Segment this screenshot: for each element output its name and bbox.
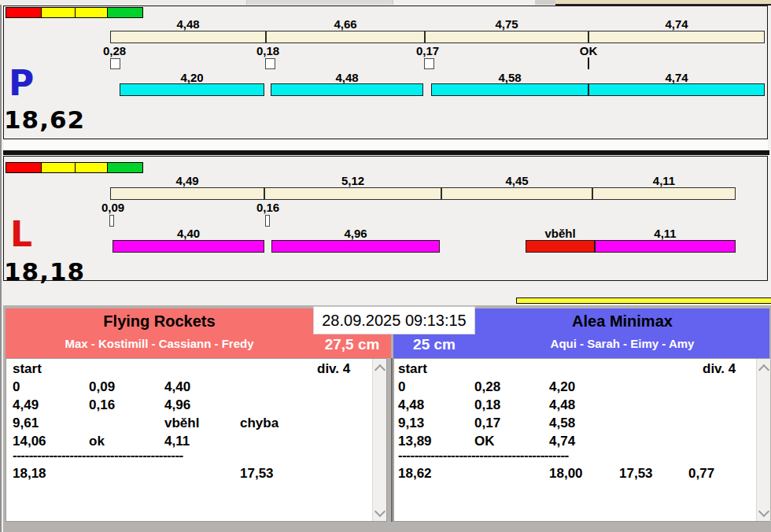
l-run-label: 4,11	[595, 227, 736, 240]
team-right-name: Alea Minimax	[475, 312, 769, 331]
team-left-hurdle-height: 27,5 cm	[313, 336, 391, 353]
l-upper-bar-segment	[592, 187, 736, 200]
p-checkbox-1[interactable]	[110, 58, 120, 69]
left-table-scrollbar[interactable]	[372, 359, 386, 521]
datetime-display: 28.09.2025 09:13:15	[313, 306, 475, 334]
p-split-label: 4,75	[425, 17, 588, 31]
left-div-label: div. 4	[317, 361, 350, 377]
scroll-up-icon[interactable]	[374, 364, 386, 375]
right-row-cell: 4,58	[549, 416, 575, 431]
p-run-bar	[120, 83, 264, 96]
left-row-cell: 9,61	[13, 416, 39, 431]
l-upper-bar-segment	[110, 187, 264, 200]
left-row-cell: 0	[13, 379, 20, 395]
p-reaction-label: 0,17	[416, 44, 439, 57]
left-row-cell: 4,96	[164, 397, 190, 413]
l-run-bar	[113, 240, 264, 253]
left-row-cell: 0,16	[89, 397, 115, 413]
p-upper-bar-segment	[110, 31, 266, 43]
lane-p-traffic-light	[6, 7, 143, 18]
left-row-cell: 0,09	[89, 379, 115, 395]
left-total-time: 18,18	[13, 466, 46, 482]
p-split-label: 4,48	[110, 17, 266, 31]
team-right-hurdle-height: 25 cm	[393, 336, 475, 353]
p-upper-bar-segment	[266, 31, 425, 43]
traffic-red-cell	[6, 7, 42, 18]
traffic-yellow-cell	[75, 162, 108, 173]
p-split-label: 4,74	[588, 17, 765, 31]
left-row-cell: 14,06	[13, 434, 46, 449]
traffic-yellow-cell	[41, 7, 76, 18]
lane-l-traffic-light	[6, 162, 143, 173]
right-row-cell: 0	[398, 379, 405, 395]
l-split-label: 5,12	[264, 174, 441, 187]
team-left-results-table[interactable]	[6, 358, 387, 522]
team-left-name: Flying Rockets	[6, 312, 313, 331]
right-start-label: start	[398, 361, 427, 377]
right-row-cell: 4,48	[549, 397, 575, 413]
p-run-label: 4,20	[120, 71, 264, 84]
right-row-cell: OK	[474, 434, 495, 449]
p-checkbox-2[interactable]	[265, 58, 275, 69]
p-reaction-label: 0,18	[256, 44, 279, 57]
team-right-results-table[interactable]	[393, 358, 769, 522]
progress-bar	[516, 297, 771, 304]
traffic-red-cell	[6, 162, 42, 173]
l-upper-bar-segment	[441, 187, 592, 200]
left-row-cell: vběhl	[164, 416, 199, 431]
panel-gap	[4, 140, 768, 150]
l-run-bar	[271, 240, 440, 253]
scroll-down-icon[interactable]	[374, 506, 386, 517]
lane-l-total: 18,18	[4, 260, 85, 284]
p-run-bar	[588, 83, 765, 96]
l-split-label: 4,11	[592, 174, 736, 187]
l-reaction-label: 0,09	[101, 201, 124, 214]
team-left-members: Max - Kostimill - Cassiann - Fredy	[6, 337, 313, 350]
l-run-bar	[595, 240, 736, 253]
l-upper-bar-segment	[264, 187, 441, 200]
p-ok-label: OK	[565, 44, 612, 57]
left-row-cell: 4,11	[164, 434, 190, 449]
l-checkbox-2[interactable]	[265, 215, 270, 227]
p-run-label: 4,58	[431, 71, 588, 84]
right-dash-separator: ----------------------------------------…	[398, 448, 569, 464]
right-compare-time: 17,53	[619, 466, 653, 482]
traffic-yellow-cell	[75, 7, 108, 18]
scroll-up-icon[interactable]	[758, 364, 769, 375]
left-start-label: start	[13, 361, 42, 377]
timing-app-window: 4,48 4,66 4,75 4,74 0,28 0,18 0,17 OK 4,…	[0, 0, 771, 532]
l-fault-label: vběhl	[526, 227, 595, 240]
right-row-cell: 0,28	[474, 379, 500, 395]
p-run-bar	[431, 83, 588, 96]
l-reaction-label: 0,16	[256, 201, 279, 214]
right-diff-time: 0,77	[688, 466, 714, 482]
window-top-tab	[246, 0, 393, 5]
p-upper-bar-segment	[425, 31, 588, 43]
p-checkbox-3[interactable]	[424, 58, 434, 69]
right-penalty-time: 18,00	[549, 466, 583, 482]
window-top-strip	[0, 0, 246, 5]
p-ok-tick	[588, 57, 589, 69]
left-compare-time: 17,53	[240, 466, 274, 482]
right-row-cell: 9,13	[398, 416, 424, 431]
left-row-cell: 4,49	[13, 397, 39, 413]
right-div-label: div. 4	[703, 361, 736, 377]
window-left-edge	[0, 5, 2, 532]
p-upper-bar-segment	[588, 31, 765, 43]
right-total-time: 18,62	[398, 466, 432, 482]
team-right-members: Aqui - Sarah - Eimy - Amy	[475, 337, 769, 350]
left-row-cell: ok	[89, 434, 105, 449]
right-table-scrollbar[interactable]	[756, 359, 770, 521]
scroll-down-icon[interactable]	[758, 506, 769, 517]
traffic-green-cell	[107, 162, 143, 173]
left-row-cell: chyba	[240, 416, 279, 431]
left-row-cell: 4,40	[164, 379, 190, 395]
panel-separator-bar	[3, 150, 769, 155]
l-fault-bar	[526, 240, 595, 253]
p-reaction-label: 0,28	[103, 44, 126, 57]
l-checkbox-1[interactable]	[109, 215, 114, 227]
left-dash-separator: ----------------------------------------…	[13, 448, 183, 464]
table-divider	[391, 358, 393, 522]
l-split-label: 4,49	[110, 174, 264, 187]
l-run-label: 4,40	[113, 227, 264, 240]
